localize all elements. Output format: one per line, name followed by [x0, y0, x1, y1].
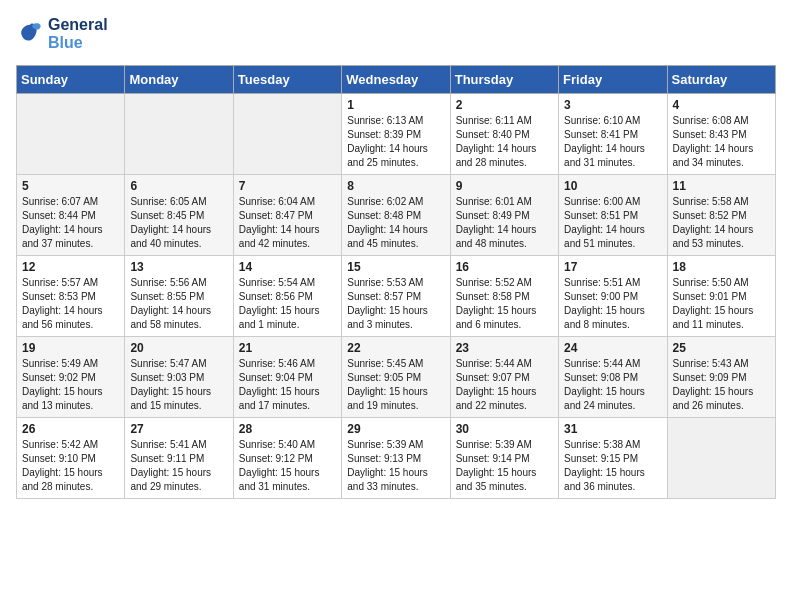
- day-info: Sunrise: 6:04 AM Sunset: 8:47 PM Dayligh…: [239, 195, 336, 251]
- day-info: Sunrise: 6:07 AM Sunset: 8:44 PM Dayligh…: [22, 195, 119, 251]
- calendar-cell: 15Sunrise: 5:53 AM Sunset: 8:57 PM Dayli…: [342, 255, 450, 336]
- day-info: Sunrise: 6:11 AM Sunset: 8:40 PM Dayligh…: [456, 114, 553, 170]
- day-number: 19: [22, 341, 119, 355]
- day-info: Sunrise: 5:57 AM Sunset: 8:53 PM Dayligh…: [22, 276, 119, 332]
- calendar-cell: 8Sunrise: 6:02 AM Sunset: 8:48 PM Daylig…: [342, 174, 450, 255]
- calendar-week-row: 5Sunrise: 6:07 AM Sunset: 8:44 PM Daylig…: [17, 174, 776, 255]
- calendar-cell: 5Sunrise: 6:07 AM Sunset: 8:44 PM Daylig…: [17, 174, 125, 255]
- day-info: Sunrise: 5:46 AM Sunset: 9:04 PM Dayligh…: [239, 357, 336, 413]
- day-number: 10: [564, 179, 661, 193]
- calendar-cell: 30Sunrise: 5:39 AM Sunset: 9:14 PM Dayli…: [450, 417, 558, 498]
- day-info: Sunrise: 5:45 AM Sunset: 9:05 PM Dayligh…: [347, 357, 444, 413]
- day-number: 29: [347, 422, 444, 436]
- calendar-cell: 22Sunrise: 5:45 AM Sunset: 9:05 PM Dayli…: [342, 336, 450, 417]
- day-number: 17: [564, 260, 661, 274]
- calendar-week-row: 19Sunrise: 5:49 AM Sunset: 9:02 PM Dayli…: [17, 336, 776, 417]
- calendar-cell: 1Sunrise: 6:13 AM Sunset: 8:39 PM Daylig…: [342, 93, 450, 174]
- day-info: Sunrise: 5:52 AM Sunset: 8:58 PM Dayligh…: [456, 276, 553, 332]
- day-number: 13: [130, 260, 227, 274]
- day-number: 7: [239, 179, 336, 193]
- day-number: 3: [564, 98, 661, 112]
- day-number: 23: [456, 341, 553, 355]
- day-info: Sunrise: 6:10 AM Sunset: 8:41 PM Dayligh…: [564, 114, 661, 170]
- day-number: 16: [456, 260, 553, 274]
- day-number: 15: [347, 260, 444, 274]
- calendar-week-row: 1Sunrise: 6:13 AM Sunset: 8:39 PM Daylig…: [17, 93, 776, 174]
- day-number: 11: [673, 179, 770, 193]
- logo: General Blue: [16, 16, 108, 53]
- calendar-cell: 7Sunrise: 6:04 AM Sunset: 8:47 PM Daylig…: [233, 174, 341, 255]
- day-number: 1: [347, 98, 444, 112]
- day-info: Sunrise: 5:39 AM Sunset: 9:14 PM Dayligh…: [456, 438, 553, 494]
- day-number: 21: [239, 341, 336, 355]
- day-info: Sunrise: 5:38 AM Sunset: 9:15 PM Dayligh…: [564, 438, 661, 494]
- day-info: Sunrise: 6:01 AM Sunset: 8:49 PM Dayligh…: [456, 195, 553, 251]
- calendar-cell: 13Sunrise: 5:56 AM Sunset: 8:55 PM Dayli…: [125, 255, 233, 336]
- calendar-cell: 6Sunrise: 6:05 AM Sunset: 8:45 PM Daylig…: [125, 174, 233, 255]
- calendar-cell: 14Sunrise: 5:54 AM Sunset: 8:56 PM Dayli…: [233, 255, 341, 336]
- calendar-cell: 2Sunrise: 6:11 AM Sunset: 8:40 PM Daylig…: [450, 93, 558, 174]
- day-info: Sunrise: 6:05 AM Sunset: 8:45 PM Dayligh…: [130, 195, 227, 251]
- weekday-header-tuesday: Tuesday: [233, 65, 341, 93]
- day-info: Sunrise: 6:08 AM Sunset: 8:43 PM Dayligh…: [673, 114, 770, 170]
- day-number: 26: [22, 422, 119, 436]
- day-info: Sunrise: 5:44 AM Sunset: 9:07 PM Dayligh…: [456, 357, 553, 413]
- calendar-cell: 19Sunrise: 5:49 AM Sunset: 9:02 PM Dayli…: [17, 336, 125, 417]
- calendar-cell: 17Sunrise: 5:51 AM Sunset: 9:00 PM Dayli…: [559, 255, 667, 336]
- calendar-cell: 10Sunrise: 6:00 AM Sunset: 8:51 PM Dayli…: [559, 174, 667, 255]
- calendar-week-row: 12Sunrise: 5:57 AM Sunset: 8:53 PM Dayli…: [17, 255, 776, 336]
- day-info: Sunrise: 6:13 AM Sunset: 8:39 PM Dayligh…: [347, 114, 444, 170]
- day-info: Sunrise: 5:56 AM Sunset: 8:55 PM Dayligh…: [130, 276, 227, 332]
- header: General Blue: [16, 16, 776, 53]
- calendar-body: 1Sunrise: 6:13 AM Sunset: 8:39 PM Daylig…: [17, 93, 776, 498]
- calendar-cell: 25Sunrise: 5:43 AM Sunset: 9:09 PM Dayli…: [667, 336, 775, 417]
- calendar-cell: [667, 417, 775, 498]
- day-info: Sunrise: 5:51 AM Sunset: 9:00 PM Dayligh…: [564, 276, 661, 332]
- calendar-cell: 20Sunrise: 5:47 AM Sunset: 9:03 PM Dayli…: [125, 336, 233, 417]
- calendar-cell: 3Sunrise: 6:10 AM Sunset: 8:41 PM Daylig…: [559, 93, 667, 174]
- day-info: Sunrise: 5:41 AM Sunset: 9:11 PM Dayligh…: [130, 438, 227, 494]
- day-info: Sunrise: 6:02 AM Sunset: 8:48 PM Dayligh…: [347, 195, 444, 251]
- calendar-cell: 23Sunrise: 5:44 AM Sunset: 9:07 PM Dayli…: [450, 336, 558, 417]
- calendar-week-row: 26Sunrise: 5:42 AM Sunset: 9:10 PM Dayli…: [17, 417, 776, 498]
- calendar-cell: 27Sunrise: 5:41 AM Sunset: 9:11 PM Dayli…: [125, 417, 233, 498]
- calendar-cell: 21Sunrise: 5:46 AM Sunset: 9:04 PM Dayli…: [233, 336, 341, 417]
- day-number: 8: [347, 179, 444, 193]
- weekday-header-wednesday: Wednesday: [342, 65, 450, 93]
- day-number: 18: [673, 260, 770, 274]
- calendar-cell: [17, 93, 125, 174]
- calendar-cell: 4Sunrise: 6:08 AM Sunset: 8:43 PM Daylig…: [667, 93, 775, 174]
- calendar-cell: 31Sunrise: 5:38 AM Sunset: 9:15 PM Dayli…: [559, 417, 667, 498]
- calendar-cell: 29Sunrise: 5:39 AM Sunset: 9:13 PM Dayli…: [342, 417, 450, 498]
- calendar-table: SundayMondayTuesdayWednesdayThursdayFrid…: [16, 65, 776, 499]
- day-number: 14: [239, 260, 336, 274]
- day-number: 9: [456, 179, 553, 193]
- calendar-cell: 12Sunrise: 5:57 AM Sunset: 8:53 PM Dayli…: [17, 255, 125, 336]
- day-number: 27: [130, 422, 227, 436]
- calendar-cell: 24Sunrise: 5:44 AM Sunset: 9:08 PM Dayli…: [559, 336, 667, 417]
- calendar-cell: 26Sunrise: 5:42 AM Sunset: 9:10 PM Dayli…: [17, 417, 125, 498]
- calendar-cell: 18Sunrise: 5:50 AM Sunset: 9:01 PM Dayli…: [667, 255, 775, 336]
- calendar-cell: 9Sunrise: 6:01 AM Sunset: 8:49 PM Daylig…: [450, 174, 558, 255]
- day-number: 31: [564, 422, 661, 436]
- calendar-cell: [233, 93, 341, 174]
- weekday-header-row: SundayMondayTuesdayWednesdayThursdayFrid…: [17, 65, 776, 93]
- day-info: Sunrise: 5:39 AM Sunset: 9:13 PM Dayligh…: [347, 438, 444, 494]
- logo-icon: [16, 20, 44, 48]
- day-number: 28: [239, 422, 336, 436]
- calendar-cell: 28Sunrise: 5:40 AM Sunset: 9:12 PM Dayli…: [233, 417, 341, 498]
- calendar-header: SundayMondayTuesdayWednesdayThursdayFrid…: [17, 65, 776, 93]
- day-info: Sunrise: 5:43 AM Sunset: 9:09 PM Dayligh…: [673, 357, 770, 413]
- day-info: Sunrise: 5:58 AM Sunset: 8:52 PM Dayligh…: [673, 195, 770, 251]
- day-info: Sunrise: 5:47 AM Sunset: 9:03 PM Dayligh…: [130, 357, 227, 413]
- day-number: 24: [564, 341, 661, 355]
- weekday-header-thursday: Thursday: [450, 65, 558, 93]
- day-number: 4: [673, 98, 770, 112]
- day-info: Sunrise: 5:50 AM Sunset: 9:01 PM Dayligh…: [673, 276, 770, 332]
- weekday-header-sunday: Sunday: [17, 65, 125, 93]
- day-info: Sunrise: 5:44 AM Sunset: 9:08 PM Dayligh…: [564, 357, 661, 413]
- day-info: Sunrise: 5:49 AM Sunset: 9:02 PM Dayligh…: [22, 357, 119, 413]
- calendar-cell: 16Sunrise: 5:52 AM Sunset: 8:58 PM Dayli…: [450, 255, 558, 336]
- day-info: Sunrise: 5:42 AM Sunset: 9:10 PM Dayligh…: [22, 438, 119, 494]
- calendar-cell: [125, 93, 233, 174]
